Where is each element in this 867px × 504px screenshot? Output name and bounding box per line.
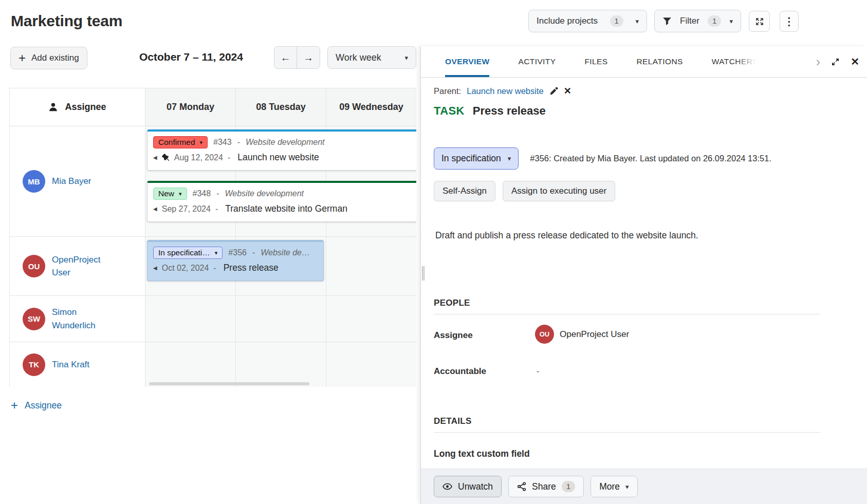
close-panel-icon[interactable]: ✕ [851, 55, 859, 68]
chevron-down-icon: ▾ [635, 17, 639, 25]
tab-overflow-chevron-right-icon[interactable]: › [816, 55, 821, 68]
extends-before-icon: ◀ [153, 155, 157, 160]
assignee-row-openproject-user: OU OpenProject User [10, 237, 145, 296]
add-assignee-label: Assignee [25, 400, 62, 411]
share-button[interactable]: Share 1 [508, 476, 584, 497]
avatar: TK [23, 353, 45, 376]
calendar-cell[interactable] [145, 342, 236, 387]
unwatch-button[interactable]: Unwatch [434, 476, 502, 497]
assignee-row-simon-wunderlich: SW Simon Wunderlich [10, 296, 145, 342]
accountable-field-value[interactable]: - [537, 366, 540, 377]
tab-files[interactable]: FILES [584, 46, 607, 77]
tab-watchers[interactable]: WATCHERS [712, 46, 758, 77]
horizontal-scrollbar[interactable] [149, 382, 309, 385]
work-package-id: #343 [213, 138, 232, 147]
team-planner-screen: Marketing team Include projects 1 ▾ Filt… [0, 0, 867, 504]
calendar-cell[interactable] [326, 296, 416, 342]
separator: - [213, 264, 216, 273]
view-mode-select[interactable]: Work week ▾ [327, 46, 416, 69]
assignee-header-cell: Assignee [10, 88, 145, 126]
status-dropdown-new[interactable]: New ▾ [153, 188, 187, 200]
tab-overview[interactable]: OVERVIEW [445, 46, 489, 77]
date-range-label: October 7 – 11, 2024 [130, 51, 253, 63]
work-package-detail-panel: OVERVIEW ACTIVITY FILES RELATIONS WATCHE… [420, 46, 867, 504]
add-existing-label: Add existing [31, 53, 79, 63]
start-date: Sep 27, 2024 [162, 204, 211, 214]
eye-icon [442, 483, 452, 490]
share-count-badge: 1 [562, 481, 575, 492]
avatar: MB [23, 170, 45, 193]
open-fullscreen-icon[interactable] [831, 58, 840, 66]
avatar: OU [535, 325, 554, 344]
description-text[interactable]: Draft and publish a press release dedica… [435, 230, 698, 241]
work-package-title-row: TASK Press release [434, 104, 546, 118]
filter-funnel-icon [662, 16, 672, 26]
status-dropdown-confirmed[interactable]: Confirmed ▾ [153, 136, 208, 148]
remove-parent-icon[interactable]: ✕ [564, 85, 571, 97]
work-package-meta: #356: Created by Mia Bayer. Last updated… [530, 154, 771, 163]
assignee-field-value[interactable]: OU OpenProject User [535, 325, 629, 344]
work-package-card-348[interactable]: New ▾ #348 - Website development ◀ Sep 2… [147, 181, 416, 222]
status-dropdown[interactable]: In specification ▾ [434, 147, 519, 170]
work-package-id: #356 [228, 248, 247, 257]
more-menu-button[interactable]: ⋮ [780, 11, 799, 32]
calendar-cell[interactable] [145, 296, 236, 342]
assign-to-executing-user-button[interactable]: Assign to executing user [503, 181, 615, 201]
tab-activity[interactable]: ACTIVITY [518, 46, 556, 77]
start-date: Oct 02, 2024 [162, 264, 209, 273]
calendar-cell[interactable] [236, 296, 326, 342]
separator: - [252, 248, 255, 257]
tab-relations[interactable]: RELATIONS [637, 46, 683, 77]
pin-icon [162, 154, 170, 161]
assignee-name-link[interactable]: OpenProject User [52, 253, 116, 279]
fullscreen-button[interactable] [749, 11, 770, 32]
self-assign-button[interactable]: Self-Assign [434, 181, 495, 201]
chevron-down-icon: ▾ [508, 155, 511, 162]
work-package-type[interactable]: TASK [434, 104, 465, 118]
unwatch-label: Unwatch [458, 481, 493, 492]
chevron-down-icon: ▾ [200, 139, 203, 146]
work-package-title[interactable]: Press release [473, 104, 546, 118]
calendar-cell[interactable] [326, 237, 416, 296]
status-label: New [158, 189, 174, 198]
page-title: Marketing team [11, 12, 122, 30]
project-name: Website de… [261, 248, 310, 257]
long-text-custom-field-label: Long text custom field [434, 449, 530, 459]
filter-button[interactable]: Filter 1 ▾ [654, 10, 741, 32]
kebab-menu-icon: ⋮ [784, 15, 795, 28]
panel-resize-handle[interactable] [422, 266, 425, 281]
assignee-name-link[interactable]: Simon Wunderlich [52, 306, 116, 332]
add-assignee-button[interactable]: + Assignee [11, 399, 62, 412]
extends-before-icon: ◀ [153, 265, 157, 271]
previous-week-button[interactable]: ← [274, 47, 297, 68]
work-package-card-343[interactable]: Confirmed ▾ #343 - Website development ◀… [147, 129, 416, 171]
day-header-tuesday: 08 Tuesday [236, 88, 326, 126]
add-existing-button[interactable]: + Add existing [10, 47, 87, 69]
project-name: Website development [246, 138, 325, 147]
assignee-name-link[interactable]: Mia Bayer [52, 175, 91, 188]
status-row: In specification ▾ #356: Created by Mia … [434, 147, 771, 170]
include-projects-button[interactable]: Include projects 1 ▾ [528, 10, 647, 32]
include-projects-label: Include projects [537, 16, 598, 26]
status-label: Confirmed [158, 138, 195, 147]
more-label: More [599, 481, 620, 492]
work-package-card-356[interactable]: In specificati… ▾ #356 - Website de… ◀ O… [147, 240, 324, 281]
assignee-name-link[interactable]: Tina Kraft [52, 358, 89, 371]
status-dropdown-in-specification[interactable]: In specificati… ▾ [153, 247, 223, 259]
section-divider [434, 314, 820, 314]
next-week-button[interactable]: → [297, 47, 320, 68]
calendar-cell[interactable] [326, 342, 416, 387]
edit-parent-pencil-icon[interactable] [549, 87, 558, 96]
arrow-left-icon: ← [281, 52, 291, 64]
assignee-field-label: Assignee [434, 330, 473, 341]
parent-link[interactable]: Launch new website [467, 86, 544, 96]
fullscreen-icon [754, 16, 765, 27]
assign-actions-row: Self-Assign Assign to executing user [434, 181, 615, 201]
week-navigation: ← → [274, 46, 320, 69]
day-header-monday: 07 Monday [145, 88, 236, 126]
calendar-cell[interactable] [236, 342, 326, 387]
more-button[interactable]: More ▾ [591, 476, 637, 497]
chevron-down-icon: ▾ [729, 17, 733, 25]
assignee-row-tina-kraft: TK Tina Kraft [10, 342, 145, 387]
work-package-title: Translate website into German [225, 203, 347, 214]
